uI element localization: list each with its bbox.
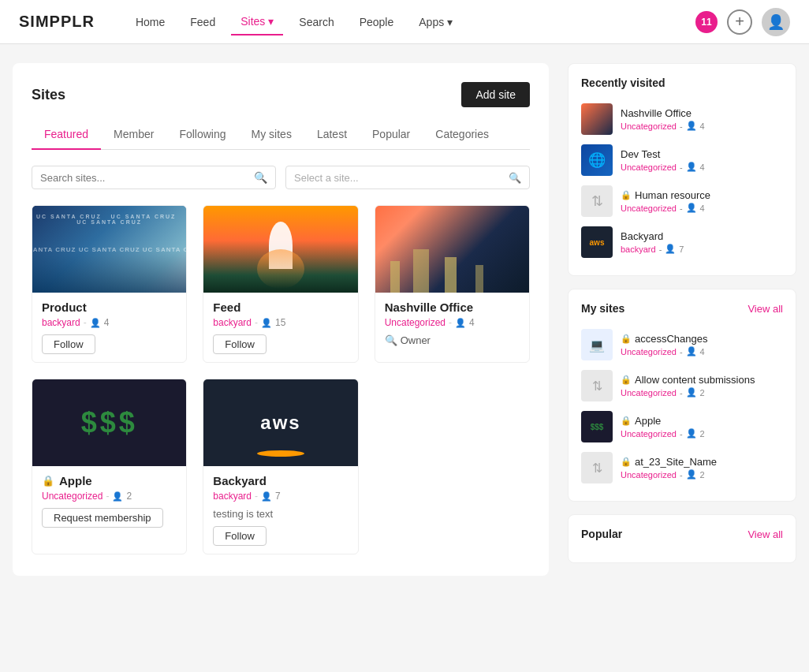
site-name-feed: Feed [213, 301, 348, 314]
sidebar-name-apple-ms: 🔒 Apple [621, 415, 783, 427]
people-icon-feed: 👤 [261, 318, 272, 328]
sidebar-item-allowcontent[interactable]: ⇅ 🔒 Allow content submissions Uncategori… [581, 365, 783, 406]
site-name-product: Product [42, 301, 177, 314]
follow-button-feed[interactable]: Follow [213, 334, 267, 354]
site-meta-backyard: backyard - 👤 7 [213, 491, 348, 502]
search-box: 🔍 [32, 166, 276, 189]
lock-icon-allowcontent: 🔒 [621, 375, 632, 385]
app-logo[interactable]: SIMPPLR [19, 13, 95, 31]
site-action-apple: Request membership [42, 508, 177, 528]
sidebar-item-at23sitename[interactable]: ⇅ 🔒 at_23_Site_Name Uncategorized - 👤 2 [581, 447, 783, 488]
follow-button-product[interactable]: Follow [42, 334, 95, 354]
site-meta-product: backyard - 👤 4 [42, 317, 177, 328]
my-sites-section: My sites View all 💻 🔒 accessChanges Unca… [568, 289, 796, 502]
lock-icon-at23sitename: 🔒 [621, 457, 632, 467]
lock-icon-accesschanges: 🔒 [621, 334, 632, 344]
site-action-nashville: 🔍 Owner [385, 334, 520, 346]
tab-popular[interactable]: Popular [360, 120, 423, 150]
nav-item-home[interactable]: Home [126, 9, 174, 35]
site-action-feed: Follow [213, 334, 348, 354]
site-card-img-nashville [375, 206, 529, 293]
sidebar-name-accesschanges: 🔒 accessChanges [621, 333, 783, 345]
my-sites-view-all[interactable]: View all [747, 303, 783, 315]
site-name-nashville: Nashville Office [385, 301, 520, 314]
request-membership-button[interactable]: Request membership [42, 508, 163, 528]
sidebar-name-humanresource: 🔒 Human resource [621, 189, 783, 201]
site-meta-feed: backyard - 👤 15 [213, 317, 348, 328]
search-input[interactable] [40, 172, 248, 184]
people-icon-sidebar-backyard-rv: 👤 [665, 244, 676, 254]
nav-menu: Home Feed Sites ▾ Search People Apps ▾ [126, 9, 695, 35]
tab-latest[interactable]: Latest [304, 120, 360, 150]
page-wrap: Sites Add site Featured Member Following… [0, 44, 809, 595]
sidebar-thumb-at23sitename: ⇅ [581, 452, 613, 483]
add-site-button[interactable]: Add site [461, 82, 530, 107]
avatar[interactable]: 👤 [762, 8, 790, 36]
sidebar-info-allowcontent: 🔒 Allow content submissions Uncategorize… [621, 374, 783, 398]
site-desc-backyard: testing is text [213, 508, 348, 520]
sidebar-meta-humanresource: Uncategorized - 👤 4 [621, 203, 783, 213]
sidebar-meta-backyard-rv: backyard - 👤 7 [621, 244, 783, 254]
sidebar-item-humanresource[interactable]: ⇅ 🔒 Human resource Uncategorized - 👤 4 [581, 181, 783, 222]
site-card-product: UC SANTA CRUZ UC SANTA CRUZ UC SANTA CRU… [32, 205, 187, 363]
site-card-img-product: UC SANTA CRUZ UC SANTA CRUZ UC SANTA CRU… [32, 206, 186, 293]
sidebar-thumb-humanresource: ⇅ [581, 185, 613, 217]
sidebar-name-devtest: Dev Test [621, 148, 783, 160]
sidebar-info-at23sitename: 🔒 at_23_Site_Name Uncategorized - 👤 2 [621, 456, 783, 480]
add-button[interactable]: + [727, 9, 752, 35]
site-select-box[interactable]: Select a site... 🔍 [285, 166, 530, 189]
site-action-product: Follow [42, 334, 177, 354]
sidebar-meta-at23sitename: Uncategorized - 👤 2 [621, 469, 783, 480]
follow-button-backyard[interactable]: Follow [213, 526, 267, 546]
sidebar-item-backyard-rv[interactable]: aws Backyard backyard - 👤 7 [581, 222, 783, 263]
nav-item-search[interactable]: Search [289, 9, 343, 35]
site-meta-apple: Uncategorized - 👤 2 [42, 491, 177, 502]
tab-my-sites[interactable]: My sites [239, 120, 304, 150]
tab-member[interactable]: Member [101, 120, 166, 150]
tab-following[interactable]: Following [166, 120, 238, 150]
popular-section: Popular View all [568, 514, 796, 563]
sidebar-item-apple-ms[interactable]: $$$ 🔒 Apple Uncategorized - 👤 2 [581, 406, 783, 447]
sidebar-thumb-nashville [581, 103, 613, 135]
tab-featured[interactable]: Featured [32, 120, 101, 150]
nav-item-feed[interactable]: Feed [181, 9, 225, 35]
sidebar-meta-apple-ms: Uncategorized - 👤 2 [621, 428, 783, 439]
page-title-row: Sites Add site [32, 82, 530, 107]
notification-badge[interactable]: 11 [695, 11, 718, 33]
sidebar-info-nashville: Nashville Office Uncategorized - 👤 4 [621, 107, 783, 131]
site-name-backyard: Backyard [213, 474, 348, 487]
sidebar-item-nashville[interactable]: Nashville Office Uncategorized - 👤 4 [581, 99, 783, 140]
popular-view-all[interactable]: View all [747, 528, 783, 540]
owner-icon: 🔍 [385, 334, 397, 346]
sites-dropdown-icon: ▾ [268, 15, 274, 28]
tabs-bar: Featured Member Following My sites Lates… [32, 120, 530, 150]
nav-item-apps[interactable]: Apps ▾ [409, 9, 462, 35]
people-icon-sidebar-at23sitename: 👤 [686, 469, 697, 480]
my-sites-header: My sites View all [581, 302, 783, 315]
sidebar-name-allowcontent: 🔒 Allow content submissions [621, 374, 783, 386]
nav-item-sites[interactable]: Sites ▾ [231, 9, 283, 35]
navbar-actions: 11 + 👤 [695, 8, 790, 36]
lock-icon-humanresource: 🔒 [621, 190, 632, 200]
sidebar-meta-accesschanges: Uncategorized - 👤 4 [621, 346, 783, 357]
people-icon-apple: 👤 [112, 491, 123, 502]
sites-grid: UC SANTA CRUZ UC SANTA CRUZ UC SANTA CRU… [32, 205, 530, 554]
site-meta-nashville: Uncategorized - 👤 4 [385, 317, 520, 328]
site-card-body-nashville: Nashville Office Uncategorized - 👤 4 🔍 O… [375, 293, 529, 354]
site-card-feed: Feed backyard - 👤 15 Follow [203, 205, 358, 363]
tab-categories[interactable]: Categories [423, 120, 501, 150]
search-icon: 🔍 [254, 171, 267, 184]
lock-icon-apple-ms: 🔒 [621, 416, 632, 426]
sidebar-thumb-allowcontent: ⇅ [581, 370, 613, 401]
site-select-placeholder: Select a site... [294, 172, 359, 184]
nav-item-people[interactable]: People [350, 9, 404, 35]
people-icon-product: 👤 [90, 318, 101, 328]
sidebar-thumb-devtest: 🌐 [581, 144, 613, 176]
sidebar-name-backyard-rv: Backyard [621, 230, 783, 242]
main-content: Sites Add site Featured Member Following… [13, 63, 549, 576]
sidebar: Recently visited Nashville Office Uncate… [568, 63, 796, 576]
sidebar-item-accesschanges[interactable]: 💻 🔒 accessChanges Uncategorized - 👤 4 [581, 324, 783, 365]
sidebar-item-devtest[interactable]: 🌐 Dev Test Uncategorized - 👤 4 [581, 140, 783, 181]
recently-visited-section: Recently visited Nashville Office Uncate… [568, 63, 796, 276]
site-card-body-feed: Feed backyard - 👤 15 Follow [203, 293, 357, 362]
